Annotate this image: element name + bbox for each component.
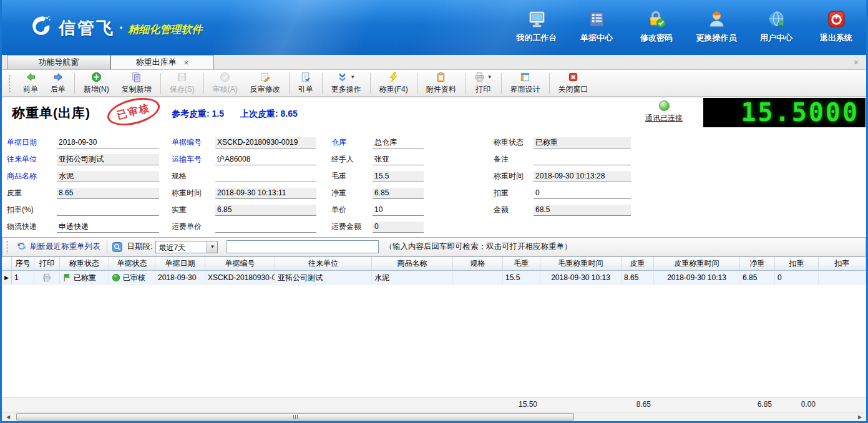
field-label[interactable]: 单据日期 xyxy=(7,137,57,148)
column-header-rate[interactable]: 扣率 xyxy=(819,257,866,271)
date-range-dropdown[interactable]: 最近7天 ▼ xyxy=(155,241,218,253)
scroll-left-arrow-icon[interactable]: ◀ xyxy=(3,413,13,421)
field-value[interactable] xyxy=(215,221,316,233)
field-label[interactable]: 往来单位 xyxy=(7,154,57,165)
form-field: 实重6.85 xyxy=(172,202,316,218)
field-value[interactable]: 张亚 xyxy=(373,154,424,165)
form-column-3: 称重状态已称重备注称重时间2018-09-30 10:13:28扣重0金额68.… xyxy=(494,134,631,218)
field-value[interactable]: 2018-09-30 xyxy=(57,137,159,148)
toolbar-button-label: 称重(F4) xyxy=(379,84,408,95)
toolbar-button-0[interactable]: 前单 xyxy=(17,70,44,96)
column-header-tare[interactable]: 皮重 xyxy=(622,257,654,271)
refresh-icon xyxy=(17,241,26,253)
toolbar-button-label: 打印 xyxy=(475,84,490,95)
toolbar-button-8[interactable]: ▼更多操作 xyxy=(325,70,368,96)
field-value[interactable] xyxy=(534,154,631,165)
cell-print[interactable] xyxy=(34,271,60,284)
copy-icon xyxy=(131,72,142,82)
column-header-gross[interactable]: 毛重 xyxy=(503,257,540,271)
workstation-icon xyxy=(527,9,547,31)
nav-item-label: 退出系统 xyxy=(820,32,852,44)
summary-date xyxy=(155,397,205,412)
toolbar-button-10[interactable]: 附件资料 xyxy=(420,70,462,96)
field-label[interactable]: 单据编号 xyxy=(172,137,215,148)
brand-subtitle: 精细化管理软件 xyxy=(128,19,202,37)
column-header-code[interactable]: 单据编号 xyxy=(205,257,275,271)
app-window: 信管飞 · 精细化管理软件 我的工作台单据中心修改密码更换操作员用户中心退出系统… xyxy=(0,0,868,423)
comm-status-label[interactable]: 通讯已连接 xyxy=(645,114,683,122)
field-value: 2018-09-30 10:13:28 xyxy=(534,171,631,182)
field-label: 皮重 xyxy=(7,188,57,198)
table-row[interactable]: ▶1已称重已审核2018-09-30XSCKD-20180930-0019亚拓公… xyxy=(2,271,866,284)
column-header-print[interactable]: 打印 xyxy=(34,257,60,271)
field-label[interactable]: 运输车号 xyxy=(172,154,215,165)
nav-item-0[interactable]: 我的工作台 xyxy=(516,9,557,44)
toolbar-button-label: 界面设计 xyxy=(510,84,540,95)
tab-close-icon[interactable]: × xyxy=(184,58,189,67)
column-header-seq[interactable]: 序号 xyxy=(12,257,34,271)
grid-empty-area xyxy=(2,284,866,397)
nav-item-3[interactable]: 更换操作员 xyxy=(696,9,737,44)
nav-item-4[interactable]: 用户中心 xyxy=(756,9,797,44)
field-value[interactable]: 总仓库 xyxy=(373,137,424,148)
column-header-product[interactable]: 商品名称 xyxy=(372,257,453,271)
field-value[interactable]: 沪A86008 xyxy=(215,154,316,165)
column-header-gross_time[interactable]: 毛重称重时间 xyxy=(540,257,622,271)
print-icon xyxy=(474,72,485,82)
field-value[interactable] xyxy=(57,205,159,216)
form-column-2: 仓库总仓库经手人张亚毛重15.5净重6.85单价10运费金额0 xyxy=(331,134,424,235)
column-header-tare_time[interactable]: 皮重称重时间 xyxy=(654,257,740,271)
toolbar-button-6[interactable]: 反审修改 xyxy=(244,70,286,96)
field-value[interactable]: 10 xyxy=(373,205,424,216)
nav-item-2[interactable]: 修改密码 xyxy=(636,9,677,44)
form-field: 称重状态已称重 xyxy=(494,134,631,151)
dropdown-arrow-icon[interactable]: ▼ xyxy=(207,241,217,253)
tab-weigh-outbound[interactable]: 称重出库单 × xyxy=(110,55,214,69)
toolbar-button-label: 后单 xyxy=(51,84,66,95)
password-icon xyxy=(647,9,666,31)
column-header-doc_status[interactable]: 单据状态 xyxy=(109,257,155,271)
toolbar-button-13[interactable]: 关闭窗口 xyxy=(552,70,595,96)
field-label: 称重时间 xyxy=(172,188,215,198)
search-input[interactable] xyxy=(227,240,379,253)
column-header-net[interactable]: 净重 xyxy=(740,257,775,271)
refresh-list-button[interactable]: 刷新最近称重单列表 xyxy=(17,241,100,253)
toolbar-button-2[interactable]: 新增(N) xyxy=(77,70,115,96)
form-field: 经手人张亚 xyxy=(331,151,424,168)
summary-partner xyxy=(275,397,372,412)
tabstrip-close-icon[interactable]: × xyxy=(854,57,859,67)
toolbar-button-12[interactable]: 界面设计 xyxy=(504,70,547,96)
toolbar: 前单后单新增(N)复制新增保存(S)审核(A)反审修改引单▼更多操作称重(F4)… xyxy=(2,70,866,97)
column-header-date[interactable]: 单据日期 xyxy=(155,257,205,271)
tab-function-nav[interactable]: 功能导航窗 xyxy=(7,55,110,69)
brand-dot: · xyxy=(119,20,124,36)
document-header: 称重单(出库) 已审核 参考皮重: 1.5 上次皮重: 8.65 通讯已连接 1… xyxy=(2,98,866,128)
field-value[interactable] xyxy=(215,171,316,182)
toolbar-button-9[interactable]: 称重(F4) xyxy=(373,70,414,96)
dropdown-caret-icon[interactable]: ▼ xyxy=(350,74,355,80)
column-header-weigh_status[interactable]: 称重状态 xyxy=(60,257,109,271)
field-value[interactable]: 0 xyxy=(534,188,631,199)
form-field: 称重时间2018-09-30 10:13:11 xyxy=(172,185,316,202)
nav-item-1[interactable]: 单据中心 xyxy=(576,9,617,44)
field-label[interactable]: 仓库 xyxy=(331,137,373,148)
nav-item-label: 更换操作员 xyxy=(696,32,737,44)
toolbar-button-7[interactable]: 引单 xyxy=(292,70,319,96)
toolbar-button-11[interactable]: ▼打印 xyxy=(468,70,499,96)
cell-tare_time: 2018-09-30 10:13 xyxy=(654,271,740,284)
toolbar-button-1[interactable]: 后单 xyxy=(44,70,72,96)
nav-item-5[interactable]: 退出系统 xyxy=(816,9,857,44)
column-header-deduct[interactable]: 扣重 xyxy=(775,257,819,271)
brand-name: 信管飞 xyxy=(59,17,115,39)
field-label[interactable]: 商品名称 xyxy=(7,171,57,182)
column-header-spec[interactable]: 规格 xyxy=(453,257,503,271)
refresh-list-label: 刷新最近称重单列表 xyxy=(30,241,100,252)
brand-logo-icon xyxy=(27,14,54,42)
scrollbar-thumb[interactable] xyxy=(16,413,574,421)
field-value[interactable]: 申通快递 xyxy=(57,221,159,233)
column-header-partner[interactable]: 往来单位 xyxy=(275,257,372,271)
toolbar-button-3[interactable]: 复制新增 xyxy=(115,70,158,96)
dropdown-caret-icon[interactable]: ▼ xyxy=(487,74,492,80)
attachment-icon xyxy=(436,72,446,82)
scroll-right-arrow-icon[interactable]: ▶ xyxy=(855,413,865,421)
